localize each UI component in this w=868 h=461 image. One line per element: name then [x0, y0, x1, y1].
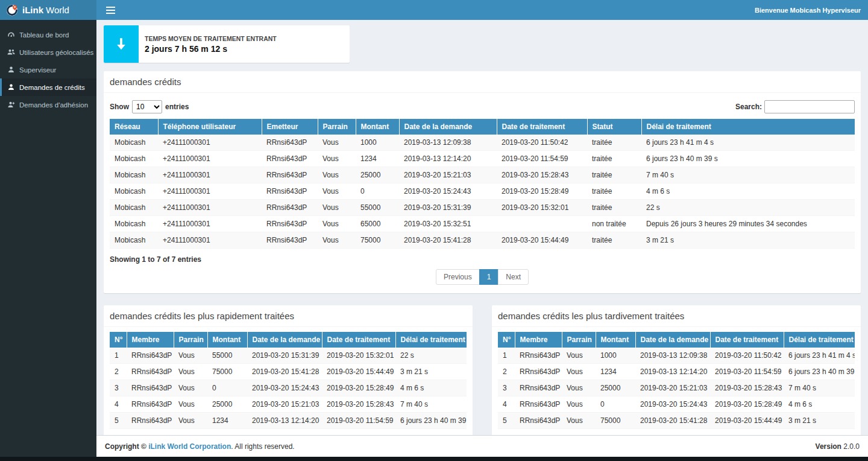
pagination-previous-button[interactable]: Previous [436, 269, 480, 285]
sidebar-item-label: Superviseur [19, 66, 56, 74]
column-header-date-demande[interactable]: Date de la demande [399, 119, 497, 135]
sidebar-item-tableau-de-bord[interactable]: Tableau de bord [0, 26, 96, 43]
column-header-telephone[interactable]: Téléphone utilisateur [158, 119, 262, 135]
table-search-control: Search: [735, 100, 855, 113]
table-cell: 1000 [356, 135, 399, 151]
table-cell: RRnsi643dP [262, 200, 318, 216]
column-header-delai[interactable]: Délai de traitement [784, 332, 855, 348]
column-header-emetteur[interactable]: Emetteur [262, 119, 318, 135]
sidebar-item-utilisateurs-geolocalises[interactable]: Utilisateurs géolocalisés [0, 43, 96, 61]
table-cell: 2019-03-13 12:14:20 [247, 413, 322, 429]
column-header-numero[interactable]: N° [110, 332, 127, 348]
table-cell: 6 jours 23 h 40 m 39 s [395, 413, 467, 429]
column-header-reseau[interactable]: Réseau [110, 119, 158, 135]
table-cell: 2019-03-20 11:54:59 [710, 364, 784, 380]
table-cell: traitée [587, 135, 641, 151]
column-header-parrain[interactable]: Parrain [562, 332, 596, 348]
table-cell: +24111000301 [158, 216, 262, 232]
pagination-page-1-button[interactable]: 1 [479, 269, 499, 285]
column-header-date-demande[interactable]: Date de la demande [635, 332, 710, 348]
table-cell: +24111000301 [158, 183, 262, 200]
column-header-date-traitement[interactable]: Date de traitement [322, 332, 395, 348]
table-cell: traitée [587, 183, 641, 200]
footer: Copyright © iLink World Corporation. All… [96, 435, 868, 457]
panel-demandes-credits: demandes crédits Show 10 entries Search: [104, 71, 861, 293]
table-cell: 2019-03-20 15:44:49 [322, 364, 395, 380]
sidebar-item-label: Utilisateurs géolocalisés [19, 49, 93, 56]
table-row: 3RRnsi643dPVous02019-03-20 15:24:432019-… [110, 380, 467, 396]
app-logo[interactable]: iLinkWorld [0, 0, 96, 20]
table-cell: 2 [110, 364, 127, 380]
sidebar-menu: Tableau de bord Utilisateurs géolocalisé… [0, 20, 96, 113]
panel-title: demandes crédits [104, 71, 861, 93]
column-header-montant[interactable]: Montant [207, 332, 247, 348]
table-cell: +24111000301 [158, 200, 262, 216]
table-header-row: N° Membre Parrain Montant Date de la dem… [498, 332, 855, 348]
table-cell: Vous [562, 380, 596, 396]
table-row: Mobicash+24111000301RRnsi643dPVous100020… [110, 135, 855, 151]
sidebar-item-demandes-adhesion[interactable]: Demandes d'adhésion [0, 96, 96, 113]
table-header-row: N° Membre Parrain Montant Date de la dem… [110, 332, 467, 348]
table-cell: RRnsi643dP [262, 167, 318, 183]
column-header-montant[interactable]: Montant [596, 332, 635, 348]
top-navbar: Bienvenue Mobicash Hyperviseur [96, 0, 868, 20]
column-header-date-traitement[interactable]: Date de traitement [710, 332, 784, 348]
table-cell: traitée [587, 200, 641, 216]
table-cell: 2019-03-20 15:28:43 [710, 380, 784, 396]
column-header-membre[interactable]: Membre [515, 332, 562, 348]
table-cell: +24111000301 [158, 135, 262, 151]
search-input[interactable] [764, 100, 855, 113]
table-cell: 2019-03-13 12:09:38 [635, 348, 710, 364]
table-cell: +24111000301 [158, 151, 262, 167]
table-cell: non traitée [587, 216, 641, 232]
main-content: TEMPS MOYEN DE TRAITEMENT ENTRANT 2 jour… [96, 20, 868, 435]
pagination-next-button[interactable]: Next [498, 269, 529, 285]
table-cell: 1234 [596, 364, 635, 380]
table-cell: RRnsi643dP [515, 380, 562, 396]
column-header-parrain[interactable]: Parrain [318, 119, 356, 135]
column-header-delai[interactable]: Délai de traitement [395, 332, 467, 348]
table-row: 1RRnsi643dPVous10002019-03-13 12:09:3820… [498, 348, 855, 364]
column-header-delai[interactable]: Délai de traitement [641, 119, 855, 135]
table-cell: Mobicash [110, 216, 158, 232]
company-link[interactable]: iLink World Corporation [148, 442, 231, 451]
hamburger-menu-icon[interactable] [104, 4, 118, 17]
table-cell: 4 m 6 s [395, 380, 467, 396]
sidebar-item-superviseur[interactable]: Superviseur [0, 61, 96, 78]
table-row: Mobicash+24111000301RRnsi643dPVous123420… [110, 151, 855, 167]
table-cell: +24111000301 [158, 232, 262, 249]
entries-label: entries [165, 103, 189, 111]
table-cell: 2019-03-20 15:24:43 [247, 380, 322, 396]
table-cell: 2019-03-20 11:50:42 [710, 348, 784, 364]
table-cell: Depuis 26 jours 3 heures 29 minutes 34 s… [641, 216, 855, 232]
table-cell: 75000 [356, 232, 399, 249]
table-cell: 22 s [395, 348, 467, 364]
info-box-temps-moyen: TEMPS MOYEN DE TRAITEMENT ENTRANT 2 jour… [104, 25, 350, 63]
column-header-montant[interactable]: Montant [356, 119, 399, 135]
column-header-parrain[interactable]: Parrain [174, 332, 207, 348]
column-header-statut[interactable]: Statut [587, 119, 641, 135]
panel-rapidement-traitees: demandes crédits les plus rapidement tra… [104, 305, 473, 435]
table-cell: 2019-03-13 12:14:20 [399, 151, 497, 167]
column-header-date-demande[interactable]: Date de la demande [247, 332, 322, 348]
sidebar-item-demandes-de-credits[interactable]: Demandes de crédits [0, 78, 96, 96]
column-header-numero[interactable]: N° [498, 332, 515, 348]
column-header-date-traitement[interactable]: Date de traitement [497, 119, 587, 135]
table-cell: 2019-03-20 11:54:59 [497, 151, 587, 167]
version-text: Version 2.0.0 [816, 442, 860, 451]
table-cell: 3 m 21 s [641, 232, 855, 249]
table-cell: 2019-03-20 15:28:49 [322, 380, 395, 396]
table-cell: 5 [498, 413, 515, 429]
table-cell: Mobicash [110, 151, 158, 167]
column-header-membre[interactable]: Membre [127, 332, 174, 348]
table-cell: Vous [318, 151, 356, 167]
table-cell: 2 [498, 364, 515, 380]
table-cell: Mobicash [110, 135, 158, 151]
page-size-select[interactable]: 10 [132, 100, 162, 113]
table-cell: 55000 [356, 200, 399, 216]
table-row: 4RRnsi643dPVous250002019-03-20 15:21:032… [110, 396, 467, 413]
table-cell: 6 jours 23 h 41 m 4 s [784, 348, 855, 364]
table-cell: RRnsi643dP [262, 216, 318, 232]
sidebar-item-label: Demandes de crédits [19, 84, 85, 91]
showing-entries-text: Showing 1 to 7 of 7 entries [110, 249, 855, 265]
